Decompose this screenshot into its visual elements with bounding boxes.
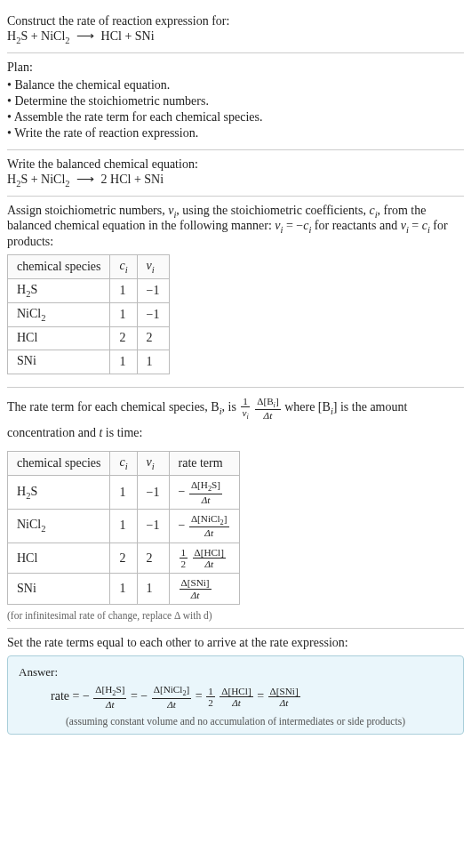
table-row: H2S 1 −1 — [8, 278, 170, 302]
table-row: SNi 1 1 — [8, 350, 170, 374]
final-title: Set the rate terms equal to each other t… — [7, 636, 464, 650]
arrow-icon: ⟶ — [73, 173, 98, 186]
col-nu: νi — [137, 255, 169, 279]
answer-footnote: (assuming constant volume and no accumul… — [19, 716, 452, 727]
rate-section: The rate term for each chemical species,… — [7, 388, 464, 629]
prompt-lhs-sub2: 2 — [65, 36, 69, 45]
col-c: ci — [110, 255, 137, 279]
final-section: Set the rate terms equal to each other t… — [7, 629, 464, 742]
table-header-row: chemical species ci νi rate term — [8, 452, 240, 476]
balanced-section: Write the balanced chemical equation: H2… — [7, 150, 464, 197]
delta-frac: Δ[Bi] Δt — [255, 396, 280, 422]
list-item: Balance the chemical equation. — [7, 78, 464, 92]
answer-expression: rate = − Δ[H2S] Δt = − Δ[NiCl2] Δt = 1 2… — [19, 683, 452, 711]
stoich-table: chemical species ci νi H2S 1 −1 NiCl2 1 … — [7, 254, 170, 374]
rate-intro: The rate term for each chemical species,… — [7, 395, 464, 446]
table-row: H2S 1 −1 − Δ[H2S] Δt — [8, 476, 240, 510]
list-item: Determine the stoichiometric numbers. — [7, 94, 464, 108]
balanced-title: Write the balanced chemical equation: — [7, 157, 464, 172]
coef-frac: 1 νi — [240, 396, 250, 422]
balanced-equation: H2S + NiCl2 ⟶ 2 HCl + SNi — [7, 172, 464, 189]
table-row: NiCl2 1 −1 — [8, 302, 170, 326]
stoich-text: Assign stoichiometric numbers, νi, using… — [7, 204, 464, 250]
plan-title: Plan: — [7, 60, 464, 75]
prompt-equation: H2S + NiCl2 ⟶ HCl + SNi — [7, 28, 464, 45]
table-row: NiCl2 1 −1 − Δ[NiCl2] Δt — [8, 509, 240, 542]
prompt-lhs-b: S + NiCl — [20, 29, 65, 43]
prompt-lhs-a: H — [7, 29, 16, 43]
arrow-icon: ⟶ — [73, 29, 98, 43]
table-row: HCl 2 2 1 2 Δ[HCl] Δt — [8, 542, 240, 574]
prompt-rhs: HCl + SNi — [101, 29, 155, 43]
prompt-section: Construct the rate of reaction expressio… — [7, 7, 464, 53]
plan-list: Balance the chemical equation. Determine… — [7, 78, 464, 141]
list-item: Assemble the rate term for each chemical… — [7, 110, 464, 125]
list-item: Write the rate of reaction expression. — [7, 126, 464, 141]
answer-box: Answer: rate = − Δ[H2S] Δt = − Δ[NiCl2] … — [7, 655, 464, 735]
rate-footnote: (for infinitesimal rate of change, repla… — [7, 610, 464, 621]
table-row: HCl 2 2 — [8, 326, 170, 350]
prompt-title: Construct the rate of reaction expressio… — [7, 14, 464, 28]
stoich-section: Assign stoichiometric numbers, νi, using… — [7, 197, 464, 389]
col-species: chemical species — [8, 255, 110, 279]
plan-section: Plan: Balance the chemical equation. Det… — [7, 53, 464, 150]
answer-label: Answer: — [19, 665, 452, 679]
table-header-row: chemical species ci νi — [8, 255, 170, 279]
table-row: SNi 1 1 Δ[SNi] Δt — [8, 574, 240, 605]
rate-table: chemical species ci νi rate term H2S 1 −… — [7, 451, 240, 605]
